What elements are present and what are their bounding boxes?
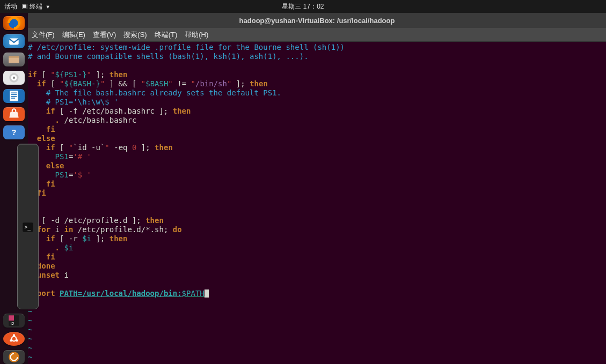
comment-line: # PS1='\h:\w\$ ' (46, 98, 119, 106)
path: /etc/profile.d (64, 216, 127, 225)
thunderbird-icon[interactable] (3, 34, 25, 48)
kw-then: then (155, 143, 173, 152)
show-applications-icon[interactable] (3, 332, 25, 346)
string: '$ ' (73, 170, 91, 179)
var: $i (82, 234, 91, 243)
var: PS1 (55, 152, 69, 161)
var: i (64, 271, 68, 279)
cmd: `id -u` (73, 143, 105, 152)
kw-if: if (37, 79, 46, 88)
svg-rect-17 (9, 315, 14, 321)
svg-rect-8 (11, 93, 17, 94)
kw-done: done (37, 262, 55, 270)
svg-text:?: ? (11, 128, 16, 137)
kw-if: if (46, 234, 55, 243)
vim-tilde: ~ (28, 344, 32, 352)
terminal-icon[interactable]: >_ (17, 144, 39, 309)
svg-point-6 (13, 77, 15, 79)
kw-else: else (46, 161, 64, 170)
svg-rect-9 (11, 94, 17, 95)
app-menu[interactable]: ▣ 终端 ▼ (21, 2, 50, 11)
kw-then: then (109, 234, 128, 243)
terminal-content[interactable]: # /etc/profile: system-wide .profile fil… (28, 42, 606, 364)
var: ${PS1-} (55, 70, 87, 79)
kw-source: . (55, 116, 60, 124)
comment-line: # and Bourne compatible shells (bash(1),… (28, 52, 309, 61)
vim-tilde: ~ (28, 316, 32, 325)
var: $PATH (182, 289, 205, 298)
num: 0 (132, 143, 136, 152)
menu-search[interactable]: 搜索(S) (120, 30, 150, 40)
kw-do: do (173, 225, 182, 234)
kw-in: in (64, 225, 73, 234)
clock[interactable]: 星期三 17：02 (282, 2, 324, 11)
svg-rect-3 (9, 58, 19, 63)
app-menu-label: 终端 (30, 3, 42, 10)
path: /bin/sh (195, 79, 227, 88)
software-updater-icon[interactable] (3, 350, 25, 364)
kw-fi: fi (46, 180, 55, 188)
window-titlebar[interactable]: hadoop@yushan-VirtualBox: /usr/local/had… (28, 13, 606, 28)
svg-text:>_: >_ (25, 224, 31, 231)
launcher-dock: ? >_ IJ (0, 13, 28, 364)
var: $i (64, 243, 73, 252)
chevron-down-icon: ▼ (46, 4, 50, 10)
var: ${BASH-} (64, 79, 100, 88)
kw-fi: fi (46, 252, 55, 261)
var: $BASH (145, 79, 168, 88)
vim-tilde: ~ (28, 353, 32, 361)
libreoffice-writer-icon[interactable] (3, 89, 25, 103)
activities-button[interactable]: 活动 (4, 2, 17, 11)
string: '# ' (73, 152, 91, 161)
cursor (205, 289, 209, 298)
intellij-icon[interactable]: IJ (3, 314, 25, 328)
kw-fi: fi (46, 125, 55, 133)
op: -eq (114, 143, 127, 152)
path-assign: PATH=/usr/local/hadoop/bin: (60, 289, 182, 298)
svg-rect-11 (11, 98, 16, 99)
vim-tilde: ~ (28, 325, 32, 334)
menu-edit[interactable]: 编辑(E) (59, 30, 89, 40)
kw-if: if (28, 70, 37, 79)
path: /etc/bash.bashrc (64, 116, 136, 124)
kw-then: then (173, 107, 191, 115)
menu-file[interactable]: 文件(F) (28, 30, 59, 40)
comment-line: # /etc/profile: system-wide .profile fil… (28, 43, 345, 51)
rhythmbox-icon[interactable] (3, 71, 25, 85)
svg-rect-10 (11, 96, 17, 97)
path: /etc/bash.bashrc (82, 107, 155, 115)
kw-else: else (37, 134, 55, 143)
menu-terminal[interactable]: 终端(T) (151, 30, 181, 40)
help-icon[interactable]: ? (3, 125, 25, 139)
software-center-icon[interactable] (3, 107, 25, 121)
kw-if: if (46, 143, 55, 152)
gnome-top-bar: 活动 ▣ 终端 ▼ 星期三 17：02 (0, 0, 606, 13)
kw-unset: unset (37, 271, 60, 279)
kw-then: then (109, 70, 128, 79)
menu-help[interactable]: 帮助(H) (181, 30, 212, 40)
comment-line: # The file bash.bashrc already sets the … (46, 88, 281, 97)
vim-tilde: ~ (28, 335, 32, 343)
terminal-menubar: 文件(F) 编辑(E) 查看(V) 搜索(S) 终端(T) 帮助(H) (28, 28, 606, 42)
kw-if: if (46, 107, 55, 115)
var: PS1 (55, 170, 69, 179)
kw-source: . (55, 243, 60, 252)
window-title: hadoop@yushan-VirtualBox: /usr/local/had… (239, 17, 395, 25)
menu-view[interactable]: 查看(V) (89, 30, 120, 40)
kw-then: then (250, 79, 268, 88)
kw-then: then (145, 216, 164, 225)
terminal-appmenu-icon: ▣ (21, 3, 28, 10)
svg-text:IJ: IJ (11, 321, 14, 326)
kw-for: for (37, 225, 50, 234)
files-icon[interactable] (3, 53, 25, 66)
path: /etc/profile.d/*.sh (78, 225, 164, 234)
firefox-icon[interactable] (3, 16, 25, 30)
